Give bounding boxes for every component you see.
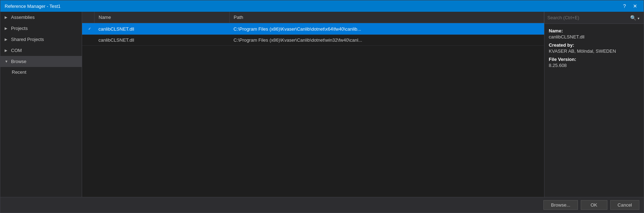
window-title: Reference Manager - Test1 [5, 4, 60, 9]
dll-checked-icon [86, 26, 93, 32]
footer: Browse... OK Cancel [0, 197, 644, 213]
table-row[interactable]: canlibCLSNET.dll C:\Program Files (x86)\… [82, 35, 544, 46]
ok-button[interactable]: OK [581, 200, 607, 210]
sidebar-item-shared-projects-label: Shared Projects [11, 37, 44, 42]
sidebar-item-browse[interactable]: ▼ Browse [0, 56, 82, 67]
shared-projects-arrow-icon: ▶ [5, 37, 9, 41]
sidebar-item-shared-projects[interactable]: ▶ Shared Projects [0, 34, 82, 45]
search-input[interactable] [547, 15, 629, 20]
info-panel: Name: canlibCLSNET.dll Created by: KVASE… [544, 24, 644, 197]
row1-icon-cell [82, 23, 94, 35]
sidebar-item-assemblies-label: Assemblies [11, 15, 34, 20]
table-header-name[interactable]: Name [94, 12, 229, 23]
projects-arrow-icon: ▶ [5, 26, 9, 30]
browse-button[interactable]: Browse... [543, 200, 578, 210]
sidebar-item-recent[interactable]: Recent [0, 67, 82, 77]
sidebar-item-assemblies[interactable]: ▶ Assemblies [0, 12, 82, 23]
search-button[interactable]: 🔍 ▾ [629, 15, 641, 21]
assemblies-arrow-icon: ▶ [5, 15, 9, 19]
right-panel: 🔍 ▾ Name: canlibCLSNET.dll Created by: K… [544, 12, 644, 197]
sidebar-item-com[interactable]: ▶ COM [0, 45, 82, 56]
sidebar-item-projects-label: Projects [11, 26, 28, 31]
sidebar-item-browse-label: Browse [11, 59, 26, 64]
com-arrow-icon: ▶ [5, 48, 9, 52]
help-button[interactable]: ? [621, 3, 628, 9]
browse-arrow-icon: ▼ [5, 59, 9, 63]
sidebar-item-com-label: COM [11, 48, 22, 53]
table-header-icon [82, 12, 94, 23]
created-by-value: KVASER AB, Mölndal, SWEDEN [549, 48, 639, 54]
cancel-button[interactable]: Cancel [610, 200, 639, 210]
row1-name: canlibCLSNET.dll [94, 23, 229, 35]
sidebar: ▶ Assemblies ▶ Projects ▶ Shared Project… [0, 12, 82, 197]
table-row[interactable]: canlibCLSNET.dll C:\Program Files (x86)\… [82, 23, 544, 35]
file-version-value: 8.25.608 [549, 63, 639, 68]
titlebar: Reference Manager - Test1 ? ✕ [0, 0, 644, 12]
row2-name: canlibCLSNET.dll [94, 35, 229, 46]
search-bar: 🔍 ▾ [544, 12, 644, 24]
titlebar-controls: ? ✕ [621, 3, 639, 9]
table-header-path[interactable]: Path [229, 12, 544, 23]
reference-table: Name Path canlibCLSNET.dll C:\Program Fi… [82, 12, 544, 46]
reference-manager-window: Reference Manager - Test1 ? ✕ ▶ Assembli… [0, 0, 644, 213]
name-value: canlibCLSNET.dll [549, 34, 639, 40]
row2-icon-cell [82, 35, 94, 46]
main-area: Name Path canlibCLSNET.dll C:\Program Fi… [82, 12, 544, 197]
search-icon: 🔍 [630, 15, 636, 21]
sidebar-item-recent-label: Recent [12, 69, 26, 75]
sidebar-item-projects[interactable]: ▶ Projects [0, 23, 82, 34]
file-version-label: File Version: [549, 57, 639, 62]
row2-path: C:\Program Files (x86)\Kvaser\Canlib\dot… [229, 35, 544, 46]
close-button[interactable]: ✕ [631, 3, 639, 9]
name-label: Name: [549, 28, 639, 33]
table-header-row: Name Path [82, 12, 544, 23]
search-dropdown-icon: ▾ [638, 16, 639, 20]
main-content: ▶ Assemblies ▶ Projects ▶ Shared Project… [0, 12, 644, 197]
created-by-label: Created by: [549, 42, 639, 48]
table-container: Name Path canlibCLSNET.dll C:\Program Fi… [82, 12, 544, 197]
row1-path: C:\Program Files (x86)\Kvaser\Canlib\dot… [229, 23, 544, 35]
